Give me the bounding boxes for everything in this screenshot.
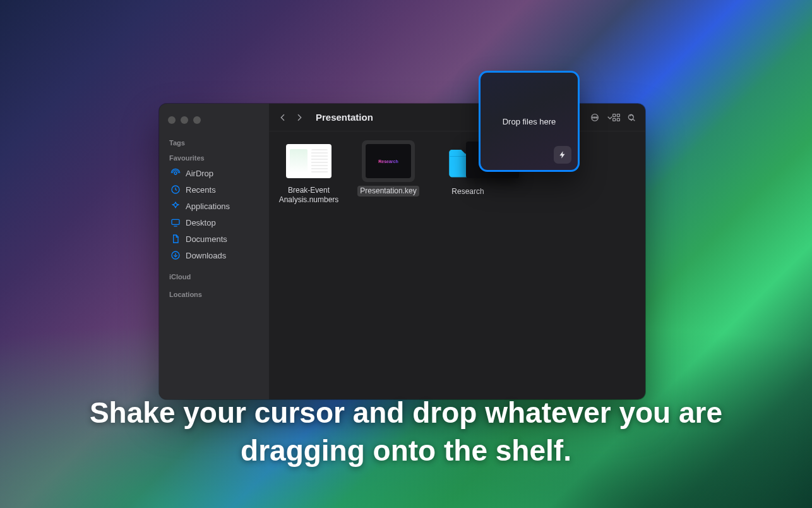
sidebar-item-label: Recents [186,185,216,195]
file-name: Presentation.key [357,186,419,197]
airdrop-icon [170,168,181,178]
zoom-dot[interactable] [193,116,201,124]
svg-point-11 [596,117,597,118]
download-icon [170,250,181,260]
file-thumbnail: Research [366,144,411,178]
window-controls[interactable] [165,112,263,134]
finder-content[interactable]: Break-Event Analysis.numbers Research Pr… [269,131,645,399]
toolbar-right [590,104,636,131]
forward-button[interactable] [294,112,304,123]
sidebar-item-label: Desktop [186,218,216,227]
sidebar-section-icloud: iCloud [165,269,263,283]
sidebar-item-documents[interactable]: Documents [165,231,263,246]
chevron-down-icon[interactable] [605,112,615,123]
file-name: Break-Event Analysis.numbers [278,186,340,205]
close-dot[interactable] [168,116,176,124]
window-title: Presentation [316,112,373,123]
sidebar-item-label: Downloads [186,251,226,260]
promo-caption: Shake your cursor and drop whatever you … [0,394,812,470]
apps-icon [170,201,181,211]
finder-sidebar: Tags Favourites AirDrop Recents Applicat… [159,104,269,399]
shelf-panel[interactable]: Drop files here [479,71,580,172]
search-button[interactable] [626,112,636,123]
sidebar-item-downloads[interactable]: Downloads [165,248,263,263]
svg-point-12 [628,114,633,119]
shelf-bolt-button[interactable] [554,146,571,164]
file-thumbnail [286,144,331,178]
sidebar-item-applications[interactable]: Applications [165,198,263,214]
sidebar-item-label: AirDrop [186,169,213,178]
sidebar-item-airdrop[interactable]: AirDrop [165,166,263,181]
file-grid: Break-Event Analysis.numbers Research Pr… [278,140,636,205]
svg-point-0 [174,172,177,174]
svg-rect-2 [172,219,179,224]
sidebar-section-locations: Locations [165,287,263,301]
minimize-dot[interactable] [181,116,188,124]
file-name: Research [451,187,484,197]
back-button[interactable] [278,112,288,123]
sidebar-section-tags: Tags [165,135,263,149]
clock-icon [170,184,181,195]
sidebar-item-recents[interactable]: Recents [165,182,263,197]
desktop-icon [170,217,181,227]
sidebar-section-favourites: Favourites [165,150,263,164]
file-item[interactable]: Break-Event Analysis.numbers [278,140,340,205]
sidebar-item-desktop[interactable]: Desktop [165,215,263,230]
finder-toolbar: Presentation [269,104,645,131]
shelf-hint-text: Drop files here [503,117,556,126]
finder-main: Presentation [269,104,645,399]
sidebar-item-label: Applications [186,202,230,211]
action-button[interactable] [590,112,600,123]
svg-point-9 [594,117,595,118]
file-item[interactable]: Research Presentation.key [357,140,419,197]
document-icon [170,234,181,244]
sidebar-item-label: Documents [186,234,227,244]
svg-point-10 [592,117,594,118]
